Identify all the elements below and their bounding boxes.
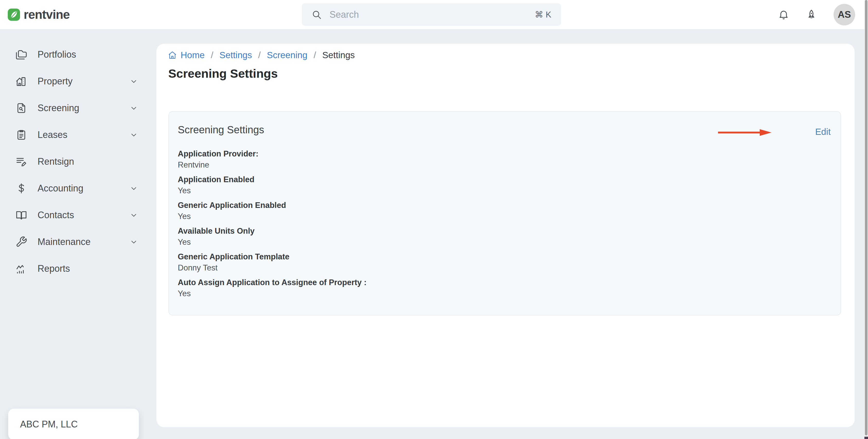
top-header: rentvine ⌘ K AS: [0, 0, 868, 29]
breadcrumb-separator: /: [211, 50, 213, 60]
breadcrumb-home-link[interactable]: Home: [168, 50, 205, 60]
house-building-icon: [16, 75, 27, 87]
field-label: Available Units Only: [178, 225, 367, 237]
sidebar-item-label: Leases: [37, 129, 67, 140]
chevron-down-icon: [130, 77, 138, 86]
chevron-down-icon: [130, 238, 138, 246]
sidebar-item-label: Property: [37, 76, 72, 87]
sidebar-item-accounting[interactable]: Accounting: [0, 175, 156, 202]
chevron-down-icon: [130, 184, 138, 192]
brand-logo[interactable]: rentvine: [7, 0, 70, 29]
user-avatar[interactable]: AS: [834, 4, 855, 26]
edit-button[interactable]: Edit: [815, 127, 831, 137]
sidebar-item-label: Maintenance: [37, 237, 91, 247]
field-label: Auto Assign Application to Assignee of P…: [178, 277, 367, 288]
scrollbar-corner: [864, 437, 868, 439]
search-input[interactable]: [330, 9, 535, 20]
field-generic-application-enabled: Generic Application Enabled Yes: [178, 200, 367, 222]
search-shortcut-hint: ⌘ K: [535, 9, 551, 20]
field-value: Yes: [178, 211, 367, 222]
sidebar-item-label: Contacts: [37, 210, 74, 221]
sidebar-item-reports[interactable]: Reports: [0, 255, 156, 282]
chevron-down-icon: [130, 131, 138, 139]
field-label: Application Provider:: [178, 148, 367, 159]
avatar-initials: AS: [838, 9, 851, 20]
sidebar-item-label: Screening: [37, 103, 79, 114]
sidebar-nav: Portfolios Property: [0, 29, 156, 439]
settings-fields: Application Provider: Rentvine Applicati…: [178, 148, 367, 303]
chevron-down-icon: [130, 104, 138, 112]
book-open-icon: [16, 209, 27, 221]
field-auto-assign-application: Auto Assign Application to Assignee of P…: [178, 277, 367, 299]
wrench-icon: [16, 236, 27, 248]
field-label: Generic Application Enabled: [178, 200, 367, 211]
signature-icon: [16, 156, 27, 167]
page-scrollbar-thumb[interactable]: [865, 0, 867, 435]
page-title: Screening Settings: [168, 66, 278, 81]
whats-new-rocket-icon[interactable]: [806, 9, 817, 20]
sidebar-item-label: Rentsign: [37, 156, 74, 167]
sidebar-item-maintenance[interactable]: Maintenance: [0, 228, 156, 255]
field-available-units-only: Available Units Only Yes: [178, 225, 367, 248]
sidebar-item-portfolios[interactable]: Portfolios: [0, 41, 156, 68]
file-search-icon: [16, 102, 27, 114]
field-value: Yes: [178, 185, 367, 196]
annotation-arrow: [717, 128, 772, 137]
field-value: Yes: [178, 237, 367, 248]
field-value: Rentvine: [178, 159, 367, 170]
field-label: Application Enabled: [178, 174, 367, 185]
breadcrumb-separator: /: [258, 50, 261, 60]
organization-switcher[interactable]: ABC PM, LLC: [8, 409, 139, 439]
field-application-provider: Application Provider: Rentvine: [178, 148, 367, 170]
field-generic-application-template: Generic Application Template Donny Test: [178, 251, 367, 273]
field-label: Generic Application Template: [178, 251, 367, 262]
sidebar-item-leases[interactable]: Leases: [0, 122, 156, 148]
dollar-icon: [16, 183, 27, 194]
search-icon: [312, 9, 322, 20]
sidebar-item-screening[interactable]: Screening: [0, 95, 156, 122]
breadcrumb-settings-link[interactable]: Settings: [219, 50, 252, 60]
global-search[interactable]: ⌘ K: [302, 3, 561, 26]
sidebar-item-rentsign[interactable]: Rentsign: [0, 148, 156, 175]
chevron-down-icon: [130, 211, 138, 219]
sidebar-item-label: Reports: [37, 263, 70, 274]
breadcrumb: Home / Settings / Screening / Settings: [168, 50, 355, 61]
sidebar-item-property[interactable]: Property: [0, 68, 156, 95]
chart-icon: [16, 263, 27, 275]
field-value: Donny Test: [178, 262, 367, 273]
brand-wordmark: rentvine: [24, 7, 70, 22]
screening-settings-card: Screening Settings Edit Application Prov…: [168, 111, 841, 315]
sidebar-item-label: Accounting: [37, 183, 83, 194]
clipboard-icon: [16, 129, 27, 141]
sidebar-item-label: Portfolios: [37, 49, 76, 60]
breadcrumb-current: Settings: [322, 50, 355, 60]
notifications-bell-icon[interactable]: [778, 9, 789, 20]
rentvine-leaf-icon: [7, 8, 21, 21]
home-icon: [168, 51, 177, 60]
main-content-panel: Home / Settings / Screening / Settings S…: [156, 44, 855, 427]
folders-icon: [16, 49, 27, 60]
page-scrollbar-track[interactable]: [864, 0, 868, 439]
field-application-enabled: Application Enabled Yes: [178, 174, 367, 196]
card-title: Screening Settings: [178, 124, 264, 136]
organization-name: ABC PM, LLC: [20, 419, 78, 430]
sidebar-item-contacts[interactable]: Contacts: [0, 202, 156, 228]
breadcrumb-separator: /: [314, 50, 316, 60]
breadcrumb-screening-link[interactable]: Screening: [267, 50, 307, 60]
field-value: Yes: [178, 288, 367, 299]
header-actions: AS: [778, 0, 855, 29]
